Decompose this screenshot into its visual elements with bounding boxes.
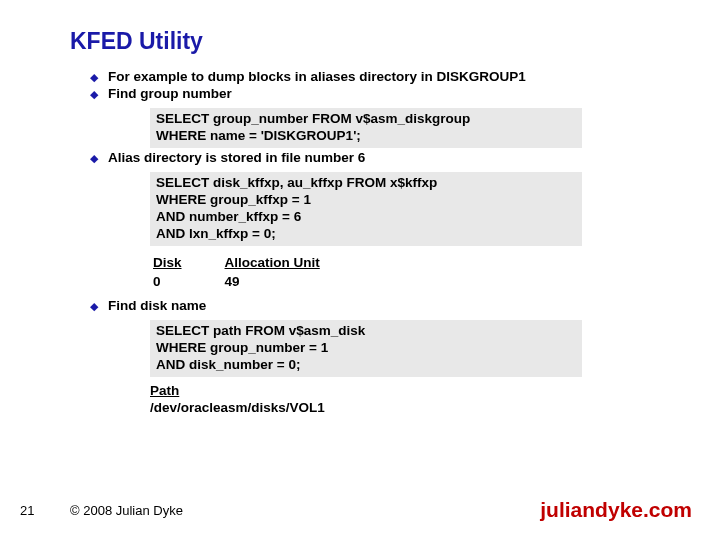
result-table: Disk Allocation Unit 0 49	[150, 252, 362, 292]
copyright: © 2008 Julian Dyke	[70, 503, 183, 518]
page-number: 21	[20, 503, 34, 518]
bullet-row: ◆ Find disk name	[70, 298, 720, 314]
slide-body: KFED Utility ◆ For example to dump block…	[0, 0, 720, 416]
bullet-icon: ◆	[90, 152, 98, 165]
slide-title: KFED Utility	[70, 28, 720, 55]
bullet-icon: ◆	[90, 71, 98, 84]
bullet-text: For example to dump blocks in aliases di…	[108, 69, 526, 85]
table-header: Disk	[152, 254, 222, 271]
site-brand: juliandyke.com	[540, 498, 692, 522]
table-header: Allocation Unit	[224, 254, 360, 271]
bullet-row: ◆ Alias directory is stored in file numb…	[70, 150, 720, 166]
path-value: /dev/oracleasm/disks/VOL1	[150, 400, 325, 415]
table-cell: 49	[224, 273, 360, 290]
bullet-row: ◆ Find group number	[70, 86, 720, 102]
sql-code-block: SELECT path FROM v$asm_disk WHERE group_…	[150, 320, 582, 377]
bullet-text: Alias directory is stored in file number…	[108, 150, 365, 166]
sql-code-block: SELECT disk_kffxp, au_kffxp FROM x$kffxp…	[150, 172, 582, 246]
bullet-text: Find disk name	[108, 298, 206, 314]
bullet-icon: ◆	[90, 88, 98, 101]
bullet-text: Find group number	[108, 86, 232, 102]
sql-code-block: SELECT group_number FROM v$asm_diskgroup…	[150, 108, 582, 148]
table-row: 0 49	[152, 273, 360, 290]
table-row: Disk Allocation Unit	[152, 254, 360, 271]
path-block: Path /dev/oracleasm/disks/VOL1	[150, 383, 720, 417]
path-label: Path	[150, 383, 179, 398]
table-cell: 0	[152, 273, 222, 290]
bullet-icon: ◆	[90, 300, 98, 313]
bullet-row: ◆ For example to dump blocks in aliases …	[70, 69, 720, 85]
